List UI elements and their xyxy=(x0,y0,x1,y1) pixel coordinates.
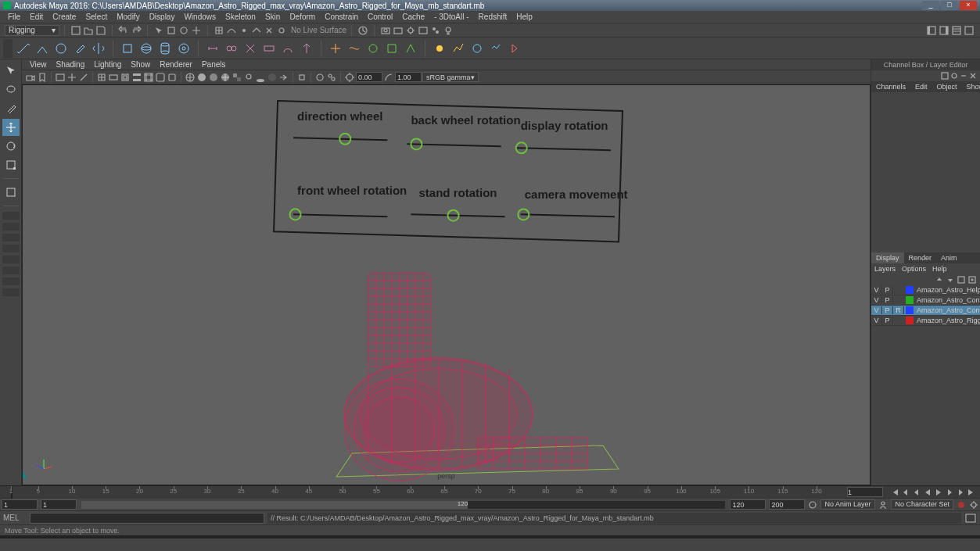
shelf-tab-handle[interactable] xyxy=(3,39,13,58)
menu-dtoall[interactable]: - 3DtoAll - xyxy=(429,13,473,21)
ipr-render-icon[interactable] xyxy=(393,25,404,36)
snap-point-icon[interactable] xyxy=(239,25,249,36)
step-back-icon[interactable] xyxy=(911,487,922,498)
snap-plane-icon[interactable] xyxy=(251,25,262,36)
step-back-key-icon[interactable] xyxy=(900,487,911,498)
panel-menu-renderer[interactable]: Renderer xyxy=(155,60,197,69)
safe-title-icon[interactable] xyxy=(167,72,178,83)
menu-edit[interactable]: Edit xyxy=(25,13,48,21)
layer-menu-help[interactable]: Help xyxy=(932,265,947,273)
snap-live-icon[interactable] xyxy=(264,25,275,36)
char-set-icon[interactable] xyxy=(878,499,888,510)
xray-joints-icon[interactable] xyxy=(326,72,337,83)
light-icon[interactable] xyxy=(443,25,454,36)
grease-pencil-icon[interactable] xyxy=(78,72,89,83)
make-live-icon[interactable] xyxy=(276,25,287,36)
ctrl-slider[interactable] xyxy=(411,210,504,221)
shelf-ik-icon[interactable] xyxy=(34,40,51,57)
cb-icon-4[interactable] xyxy=(969,72,977,80)
panel-menu-lighting[interactable]: Lighting xyxy=(89,60,126,69)
menu-help[interactable]: Help xyxy=(512,13,537,21)
layer-menu-options[interactable]: Options xyxy=(902,265,926,273)
ctrl-slider[interactable] xyxy=(407,138,501,149)
layer-new-selected-icon[interactable] xyxy=(967,275,977,284)
layer-new-empty-icon[interactable] xyxy=(957,275,966,284)
cb-tab-show[interactable]: Show xyxy=(962,81,980,92)
menu-file[interactable]: File xyxy=(3,13,25,21)
shelf-constraint-2-icon[interactable] xyxy=(223,40,240,57)
render-settings-icon[interactable] xyxy=(405,25,416,36)
menu-redshift[interactable]: Redshift xyxy=(474,13,512,21)
menu-deform[interactable]: Deform xyxy=(285,13,320,21)
range-start-field[interactable] xyxy=(2,499,38,510)
menu-select[interactable]: Select xyxy=(81,13,112,21)
step-fwd-key-icon[interactable] xyxy=(955,487,966,498)
move-tool-icon[interactable] xyxy=(2,119,20,136)
use-lights-icon[interactable] xyxy=(243,72,254,83)
bookmark-icon[interactable] xyxy=(37,72,48,83)
shelf-cube-icon[interactable] xyxy=(119,40,136,57)
character-set-dropdown[interactable]: No Character Set xyxy=(891,499,953,510)
layer-color-swatch[interactable] xyxy=(906,317,914,324)
layer-row[interactable]: VPRAmazon_Astro_Contro xyxy=(871,306,980,316)
range-bar[interactable]: 120 xyxy=(81,501,725,509)
panel-menu-panels[interactable]: Panels xyxy=(197,60,231,69)
shelf-cylinder-icon[interactable] xyxy=(156,40,174,57)
range-end-field[interactable] xyxy=(769,499,805,510)
textured-icon[interactable] xyxy=(232,72,242,83)
new-scene-icon[interactable] xyxy=(70,25,81,36)
layer-row[interactable]: VPAmazon_Astro_Helpers xyxy=(871,285,980,295)
layer-playback-toggle[interactable]: P xyxy=(882,286,893,294)
render-view-icon[interactable] xyxy=(418,25,429,36)
exposure-field[interactable] xyxy=(356,72,382,82)
shelf-skin-icon[interactable] xyxy=(52,40,70,57)
layer-color-swatch[interactable] xyxy=(906,286,914,294)
shelf-constraint-6-icon[interactable] xyxy=(298,40,315,57)
shelf-sphere-icon[interactable] xyxy=(138,40,155,57)
safe-action-icon[interactable] xyxy=(155,72,166,83)
menu-control[interactable]: Control xyxy=(363,13,397,21)
go-end-icon[interactable] xyxy=(966,487,977,498)
layout-4-icon[interactable] xyxy=(2,245,20,252)
cb-icon-1[interactable] xyxy=(941,72,949,80)
colorspace-dropdown[interactable]: sRGB gamma▾ xyxy=(422,72,479,82)
shelf-anim-4-icon[interactable] xyxy=(487,40,504,57)
menu-skin[interactable]: Skin xyxy=(260,13,285,21)
2d-pan-icon[interactable] xyxy=(66,72,77,83)
construction-history-icon[interactable] xyxy=(357,25,368,36)
menu-cache[interactable]: Cache xyxy=(397,13,429,21)
save-scene-icon[interactable] xyxy=(95,25,106,36)
use-default-mat-icon[interactable] xyxy=(208,72,219,83)
film-gate-icon[interactable] xyxy=(108,72,119,83)
layer-tab-display[interactable]: Display xyxy=(871,252,904,263)
layer-vis-toggle[interactable]: V xyxy=(871,286,882,294)
panel-menu-view[interactable]: View xyxy=(25,60,52,69)
sidebar-toggle-1-icon[interactable] xyxy=(926,25,937,36)
sidebar-toggle-4-icon[interactable] xyxy=(964,25,975,36)
motion-blur-icon[interactable] xyxy=(278,72,289,83)
play-fwd-icon[interactable] xyxy=(933,487,944,498)
cb-icon-3[interactable] xyxy=(960,72,967,80)
prefs-icon[interactable] xyxy=(968,499,979,510)
cb-tab-channels[interactable]: Channels xyxy=(871,81,910,92)
menu-skeleton[interactable]: Skeleton xyxy=(221,13,260,21)
ctrl-slider[interactable] xyxy=(293,134,387,145)
hypershade-icon[interactable] xyxy=(430,25,441,36)
script-lang-label[interactable]: MEL xyxy=(3,513,27,522)
command-input[interactable] xyxy=(30,513,264,524)
shelf-deform-3-icon[interactable] xyxy=(364,40,382,57)
range-reset-icon[interactable] xyxy=(807,499,818,510)
layer-move-down-icon[interactable] xyxy=(946,275,955,284)
select-by-type-icon[interactable] xyxy=(153,25,164,36)
snap-curve-icon[interactable] xyxy=(226,25,237,36)
layer-vis-toggle[interactable]: V xyxy=(871,317,882,324)
layer-vis-toggle[interactable]: V xyxy=(871,306,882,314)
shelf-deform-1-icon[interactable] xyxy=(327,40,344,57)
gate-mask-icon[interactable] xyxy=(131,72,142,83)
paint-select-tool-icon[interactable] xyxy=(2,100,20,117)
ctrl-slider[interactable] xyxy=(290,209,388,220)
layer-menu-layers[interactable]: Layers xyxy=(874,265,896,273)
layer-row[interactable]: VPAmazon_Astro_Contro xyxy=(871,295,980,306)
menu-windows[interactable]: Windows xyxy=(179,13,221,21)
snap-grid-icon[interactable] xyxy=(214,25,224,36)
